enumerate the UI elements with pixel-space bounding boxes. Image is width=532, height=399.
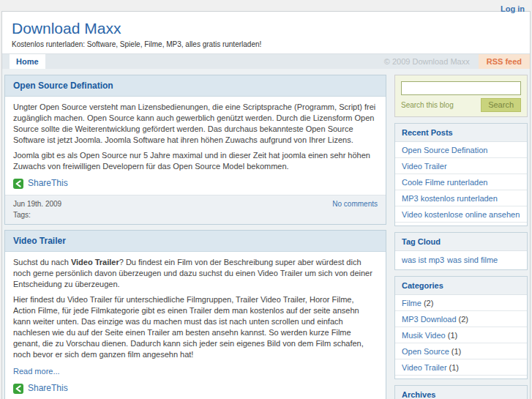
tag-cloud-links: was ist mp3was sind filme — [395, 251, 527, 269]
post-date: Jun 19th. 2009 — [13, 200, 378, 208]
post-paragraph: Hier findest du Video Trailer für unters… — [13, 294, 378, 360]
rss-feed-link[interactable]: RSS feed — [479, 54, 530, 69]
recent-posts-list: Open Source Defination Video Trailer Coo… — [395, 142, 527, 225]
nav-tab-home[interactable]: Home — [10, 54, 45, 69]
share-this-row: ShareThis — [13, 383, 378, 394]
post-footer: Jun 19th. 2009 Tags: No comments — [5, 195, 386, 224]
post-title[interactable]: Video Trailer — [5, 231, 386, 252]
post-video-trailer: Video Trailer Suchst du nach Video Trail… — [4, 230, 386, 399]
post-paragraph: Ungter Open Source versteht man Lizensbe… — [13, 102, 378, 146]
site-header: Download Maxx Kostenlos runterladen: Sof… — [2, 12, 530, 53]
category-count: (1) — [449, 363, 459, 372]
search-label: Search this blog — [401, 101, 454, 109]
site-subtitle: Kostenlos runterladen: Software, Spiele,… — [12, 40, 520, 48]
category-count: (2) — [424, 299, 433, 307]
top-bar: Log in — [0, 0, 532, 11]
content-column: Open Source Defination Ungter Open Sourc… — [4, 75, 386, 399]
post-tags-label: Tags: — [13, 211, 378, 219]
post-title[interactable]: Open Source Defination — [5, 75, 386, 97]
post-paragraph: Suchst du nach Video Trailer? Du findest… — [13, 257, 378, 290]
main-nav: Home © 2009 Download Maxx RSS feed — [2, 53, 530, 69]
main-area: Open Source Defination Ungter Open Sourc… — [2, 69, 530, 399]
sharethis-link[interactable]: ShareThis — [28, 383, 68, 394]
page-container: Download Maxx Kostenlos runterladen: Sof… — [1, 11, 531, 399]
recent-post-link[interactable]: Open Source Defination — [402, 146, 487, 154]
login-link[interactable]: Log in — [501, 4, 525, 13]
nav-right: © 2009 Download Maxx RSS feed — [384, 54, 530, 69]
list-item: MP3 kostenlos runterladen — [395, 190, 527, 206]
copyright-text: © 2009 Download Maxx — [384, 54, 479, 69]
paragraph-text: Suchst du nach — [13, 258, 71, 266]
list-item: Open Source Defination — [395, 142, 527, 158]
list-item: Filme(2) — [395, 295, 527, 311]
recent-post-link[interactable]: Video kostenlose online ansehen — [402, 210, 520, 219]
search-row: Search this blog Search — [401, 98, 521, 112]
list-item: Open Source(1) — [395, 343, 527, 359]
post-body: Suchst du nach Video Trailer? Du findest… — [5, 252, 386, 399]
list-item: Video Trailer(1) — [395, 359, 527, 376]
tag-link[interactable]: was ist mp3 — [402, 256, 444, 264]
sidebar-section-categories: Categories Filme(2) MP3 Download(2) Musi… — [394, 276, 528, 379]
category-link[interactable]: Video Trailer — [402, 363, 447, 372]
search-widget: Search this blog Search — [394, 75, 528, 117]
list-item: Video kostenlose online ansehen — [395, 206, 527, 223]
category-count: (2) — [459, 315, 468, 324]
sharethis-icon[interactable] — [13, 179, 23, 189]
recent-post-link[interactable]: Video Trailer — [402, 162, 447, 171]
sharethis-icon[interactable] — [13, 384, 23, 394]
sidebar-section-tag-cloud: Tag Cloud was ist mp3was sind filme — [394, 232, 528, 270]
category-link[interactable]: MP3 Download — [402, 315, 457, 324]
categories-list: Filme(2) MP3 Download(2) Musik Video(1) … — [395, 295, 527, 379]
section-title: Tag Cloud — [395, 233, 527, 251]
list-item: Coole Filme runterladen — [395, 174, 527, 190]
list-item: MP3 Download(2) — [395, 311, 527, 327]
tag-link[interactable]: was sind filme — [447, 256, 498, 264]
share-this-row: ShareThis — [13, 178, 378, 189]
sidebar-section-archives: Archives June 2009 May 2009 — [394, 385, 528, 399]
section-title: Archives — [395, 386, 527, 399]
post-body: Ungter Open Source versteht man Lizensbe… — [5, 97, 386, 195]
section-title: Categories — [395, 277, 527, 295]
section-title: Recent Posts — [395, 124, 527, 142]
list-item: Video Trailer — [395, 158, 527, 174]
search-input[interactable] — [401, 81, 521, 95]
category-count: (1) — [448, 331, 457, 340]
category-count: (1) — [452, 347, 461, 356]
recent-post-link[interactable]: Coole Filme runterladen — [402, 178, 487, 187]
recent-post-link[interactable]: MP3 kostenlos runterladen — [402, 194, 498, 203]
search-button[interactable]: Search — [481, 98, 521, 112]
sidebar: Search this blog Search Recent Posts Ope… — [394, 75, 528, 399]
category-link[interactable]: Filme — [402, 299, 422, 307]
read-more-link[interactable]: Read more... — [13, 366, 60, 377]
list-item: Musik Video(1) — [395, 327, 527, 343]
post-paragraph: Joomla gibt es als Open Source nur 5 Jah… — [13, 150, 378, 172]
category-link[interactable]: Open Source — [402, 347, 449, 356]
sharethis-link[interactable]: ShareThis — [28, 178, 68, 189]
post-open-source: Open Source Defination Ungter Open Sourc… — [4, 75, 386, 225]
category-link[interactable]: Musik Video — [402, 331, 446, 340]
site-title[interactable]: Download Maxx — [12, 20, 520, 37]
paragraph-bold-text: Video Trailer — [71, 258, 119, 266]
no-comments-link[interactable]: No comments — [332, 200, 378, 208]
sidebar-section-recent-posts: Recent Posts Open Source Defination Vide… — [394, 123, 528, 226]
